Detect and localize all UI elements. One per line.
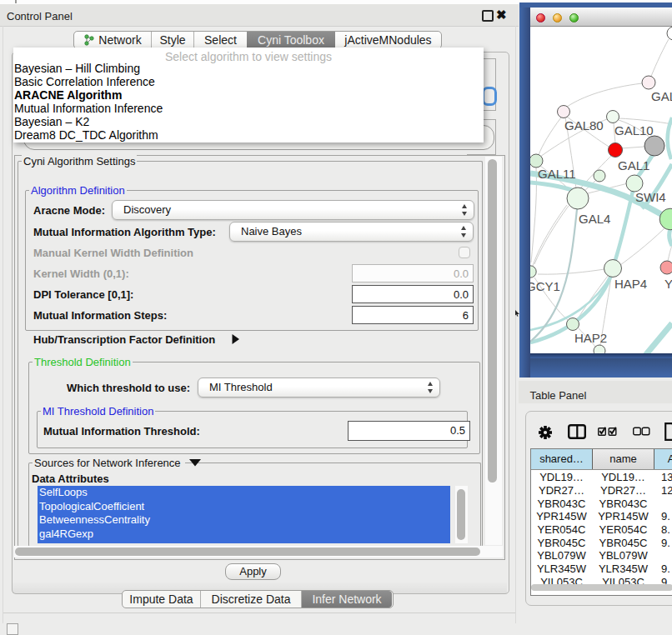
svg-text:Y: Y xyxy=(664,277,672,291)
svg-text:SWI4: SWI4 xyxy=(635,190,666,204)
svg-text:GAL4: GAL4 xyxy=(579,212,610,226)
svg-text:HAP2: HAP2 xyxy=(574,331,607,345)
svg-text:HAP4: HAP4 xyxy=(614,277,647,291)
svg-text:GAL11: GAL11 xyxy=(538,167,576,181)
svg-text:GAL10: GAL10 xyxy=(614,123,654,138)
svg-text:GAL7: GAL7 xyxy=(651,89,672,103)
svg-text:GCY1: GCY1 xyxy=(530,279,560,293)
svg-text:GAL80: GAL80 xyxy=(564,118,604,132)
svg-text:GAL1: GAL1 xyxy=(618,158,649,172)
